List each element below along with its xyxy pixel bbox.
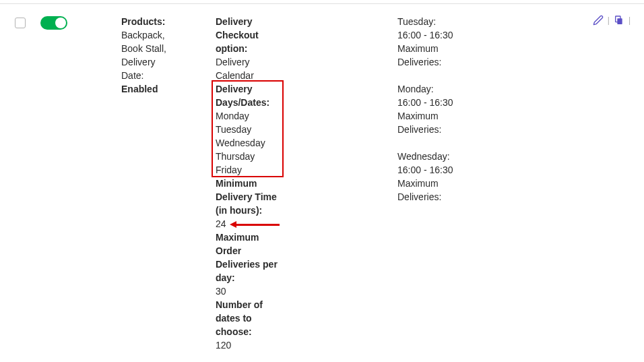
num-dates-label-2: dates to bbox=[216, 311, 283, 325]
toggle-knob bbox=[55, 18, 66, 28]
day-monday: Monday bbox=[216, 109, 283, 123]
num-dates-value: 120 bbox=[216, 338, 283, 352]
products-label: Products: bbox=[121, 15, 216, 28]
toggle-col bbox=[40, 15, 121, 32]
max-orders-label-2: Order bbox=[216, 244, 283, 258]
num-dates-label-1: Number of bbox=[216, 298, 283, 311]
action-sep-2: | bbox=[629, 16, 631, 25]
delivery-date-label-2: Date: bbox=[121, 69, 216, 82]
time-slots-col: Tuesday: 16:00 - 16:30 Maximum Deliverie… bbox=[397, 15, 465, 217]
pencil-icon bbox=[593, 15, 604, 26]
checkout-option-label-2: Checkout bbox=[216, 28, 283, 42]
slot-day: Wednesday: bbox=[397, 150, 465, 163]
slot-time: 16:00 - 16:30 bbox=[397, 28, 465, 42]
slot-max-2: Deliveries: bbox=[397, 190, 465, 204]
slot-max-1: Maximum bbox=[397, 177, 465, 190]
slot-wednesday: Wednesday: 16:00 - 16:30 Maximum Deliver… bbox=[397, 150, 465, 204]
copy-button[interactable] bbox=[614, 15, 624, 26]
copy-icon bbox=[614, 15, 624, 26]
slot-day: Monday: bbox=[397, 82, 465, 96]
max-orders-value: 30 bbox=[216, 284, 283, 298]
products-value-2: Book Stall, bbox=[121, 42, 216, 55]
action-sep: | bbox=[608, 16, 610, 25]
slot-tuesday: Tuesday: 16:00 - 16:30 Maximum Deliverie… bbox=[397, 15, 465, 69]
products-value-1: Backpack, bbox=[121, 28, 216, 42]
row-checkbox[interactable] bbox=[15, 18, 26, 28]
delivery-col: Delivery Checkout option: Delivery Calen… bbox=[216, 15, 397, 352]
max-orders-label-1: Maximum bbox=[216, 231, 283, 244]
edit-button[interactable] bbox=[593, 15, 604, 26]
day-wednesday: Wednesday bbox=[216, 136, 283, 150]
days-label-1: Delivery bbox=[216, 82, 283, 96]
svg-rect-0 bbox=[617, 18, 622, 24]
max-orders-label-4: day: bbox=[216, 271, 283, 284]
days-label-2: Days/Dates: bbox=[216, 96, 283, 109]
slot-max-2: Deliveries: bbox=[397, 123, 465, 136]
min-time-value: 24 bbox=[216, 217, 283, 231]
slot-day: Tuesday: bbox=[397, 15, 465, 28]
top-divider bbox=[0, 3, 644, 4]
delivery-date-label-1: Delivery bbox=[121, 55, 216, 69]
settings-row: Products: Backpack, Book Stall, Delivery… bbox=[0, 0, 644, 352]
checkout-option-value-2: Calendar bbox=[216, 69, 283, 82]
delivery-date-status: Enabled bbox=[121, 82, 216, 96]
min-time-label-3: (in hours): bbox=[216, 204, 283, 217]
slot-monday: Monday: 16:00 - 16:30 Maximum Deliveries… bbox=[397, 82, 465, 136]
slot-time: 16:00 - 16:30 bbox=[397, 96, 465, 109]
time-slots-scroll[interactable]: Tuesday: 16:00 - 16:30 Maximum Deliverie… bbox=[397, 15, 465, 217]
min-time-label-1: Minimum bbox=[216, 177, 283, 190]
slot-time: 16:00 - 16:30 bbox=[397, 163, 465, 177]
min-time-label-2: Delivery Time bbox=[216, 190, 283, 204]
checkout-option-label-3: option: bbox=[216, 42, 283, 55]
num-dates-label-3: choose: bbox=[216, 325, 283, 338]
day-friday: Friday bbox=[216, 163, 283, 177]
slot-max-2: Deliveries: bbox=[397, 55, 465, 69]
slot-max-1: Maximum bbox=[397, 109, 465, 123]
max-orders-label-3: Deliveries per bbox=[216, 258, 283, 271]
checkout-option-value-1: Delivery bbox=[216, 55, 283, 69]
checkbox-col bbox=[0, 15, 40, 30]
checkout-option-label-1: Delivery bbox=[216, 15, 283, 28]
enabled-toggle[interactable] bbox=[40, 16, 67, 30]
row-actions: | | bbox=[593, 15, 631, 26]
day-tuesday: Tuesday bbox=[216, 123, 283, 136]
products-col: Products: Backpack, Book Stall, Delivery… bbox=[121, 15, 216, 96]
day-thursday: Thursday bbox=[216, 150, 283, 163]
slot-max-1: Maximum bbox=[397, 42, 465, 55]
